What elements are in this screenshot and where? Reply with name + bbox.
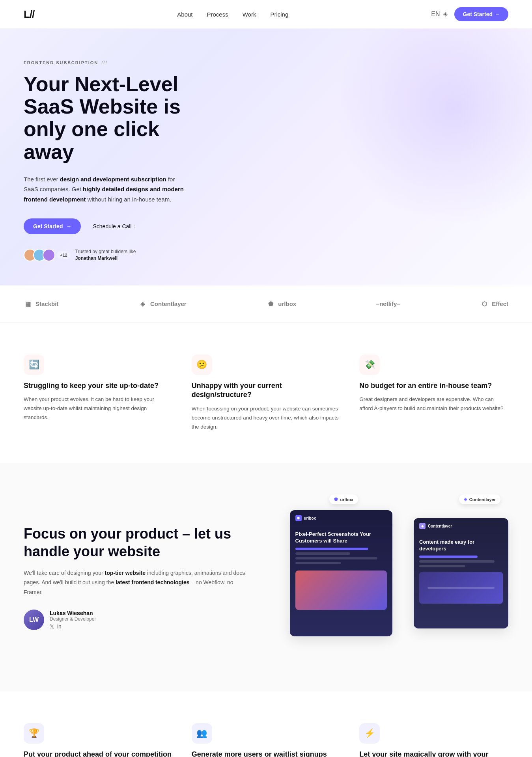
pain-desc-2: Great designers and developers are expen… <box>359 395 508 413</box>
benefits-section: 🏆 Put your product ahead of your competi… <box>0 692 532 757</box>
logo-contentlayer: ◈ Contentlayer <box>138 300 187 308</box>
benefit-title-0: Put your product ahead of your competiti… <box>24 750 173 757</box>
pain-item-1: 😕 Unhappy with your current design/struc… <box>192 354 341 432</box>
pain-item-0: 🔄 Struggling to keep your site up-to-dat… <box>24 354 173 432</box>
hero-badge: FRONTEND SUBSCRIPTION /// <box>24 60 508 65</box>
sc-bar-s1 <box>419 556 478 558</box>
language-selector[interactable]: EN ☀ <box>431 11 448 18</box>
hero-trust: +12 Trusted by great builders like Jonat… <box>24 248 508 262</box>
get-started-button[interactable]: Get Started → <box>454 7 508 21</box>
screenshot-secondary: ◈ Contentlayer Content made easy for dev… <box>414 518 508 628</box>
author-avatar: LW <box>24 610 44 630</box>
navbar: L// About Process Work Pricing EN ☀ Get … <box>0 0 532 29</box>
pain-icon-0: 🔄 <box>24 354 44 375</box>
screenshot-main: ⬟ urlbox Pixel-Perfect Screenshots Your … <box>290 510 392 636</box>
benefit-item-0: 🏆 Put your product ahead of your competi… <box>24 723 173 757</box>
contentlayer-icon: ◈ <box>138 300 147 308</box>
focus-section: Focus on your product – let us handle yo… <box>0 463 532 692</box>
nav-link-work[interactable]: Work <box>243 11 256 18</box>
pain-section: 🔄 Struggling to keep your site up-to-dat… <box>0 323 532 463</box>
sc-secondary-content: Content made easy for developers <box>414 534 508 608</box>
benefit-icon-0: 🏆 <box>24 723 44 744</box>
logo-netlify: –netlify– <box>376 300 400 307</box>
benefit-item-1: 👥 Generate more users or waitlist signup… <box>192 723 341 757</box>
focus-description: We'll take care of designing your top-ti… <box>24 568 250 597</box>
sc-main-bars <box>295 548 387 564</box>
author-name: Lukas Wiesehan <box>50 610 96 616</box>
nav-link-process[interactable]: Process <box>207 11 228 18</box>
twitter-icon[interactable]: 𝕏 <box>50 623 54 630</box>
sc-bar-3 <box>295 557 378 559</box>
hero-buttons: Get Started → Schedule a Call › <box>24 218 508 234</box>
sc-main-logo: ⬟ urlbox <box>295 515 387 521</box>
hero-description: The first ever design and development su… <box>24 174 189 205</box>
contentlayer-badge-icon: ◈ <box>464 497 467 502</box>
sc-secondary-preview <box>419 572 503 604</box>
nav-logo: L// <box>24 8 34 21</box>
trust-avatars: +12 <box>24 249 71 261</box>
stackbit-icon: ▦ <box>24 300 32 308</box>
focus-screenshots: ⬟ urlbox ◈ Contentlayer ⬟ urlbox Pixel-P… <box>282 494 509 660</box>
logo-stackbit: ▦ Stackbit <box>24 300 58 308</box>
avatar-3 <box>43 249 55 261</box>
nav-link-pricing[interactable]: Pricing <box>270 11 288 18</box>
sc-secondary-logo: ◈ Contentlayer <box>419 523 503 529</box>
hero-title: Your Next-Level SaaS Website is only one… <box>24 73 213 163</box>
benefit-icon-2: ⚡ <box>359 723 380 744</box>
pain-grid: 🔄 Struggling to keep your site up-to-dat… <box>24 354 508 432</box>
sc-bar-4 <box>295 562 341 564</box>
nav-link-about[interactable]: About <box>177 11 192 18</box>
author-info: Lukas Wiesehan Designer & Developer 𝕏 in <box>50 610 96 630</box>
benefit-title-1: Generate more users or waitlist signups <box>192 750 341 757</box>
logos-row: ▦ Stackbit ◈ Contentlayer ⬟ urlbox –netl… <box>24 300 508 308</box>
pain-item-2: 💸 No budget for an entire in-house team?… <box>359 354 508 432</box>
sc-main-content: Pixel-Perfect Screenshots Your Customers… <box>290 526 392 615</box>
sc-bar-2 <box>295 552 350 555</box>
linkedin-icon[interactable]: in <box>57 623 62 630</box>
logo-effect: ⬡ Effect <box>480 300 508 308</box>
urlbox-badge-icon: ⬟ <box>334 497 338 502</box>
sc-bar-1 <box>295 548 369 550</box>
sc-bar-s3 <box>419 565 465 567</box>
contentlayer-badge: ◈ Contentlayer <box>459 494 500 504</box>
sc-preview-bar <box>427 587 495 589</box>
logos-section: ▦ Stackbit ◈ Contentlayer ⬟ urlbox –netl… <box>0 285 532 323</box>
pain-title-1: Unhappy with your current design/structu… <box>192 381 341 400</box>
sc-secondary-bars <box>419 556 503 567</box>
benefits-grid: 🏆 Put your product ahead of your competi… <box>24 723 508 757</box>
hero-schedule-call-button[interactable]: Schedule a Call › <box>86 218 142 234</box>
logo-urlbox: ⬟ urlbox <box>266 300 296 308</box>
pain-icon-1: 😕 <box>192 354 212 375</box>
sun-icon: ☀ <box>442 11 448 18</box>
pain-desc-0: When your product evolves, it can be har… <box>24 395 173 422</box>
benefit-item-2: ⚡ Let your site magically grow with your… <box>359 723 508 757</box>
pain-icon-2: 💸 <box>359 354 380 375</box>
hero-get-started-button[interactable]: Get Started → <box>24 218 81 234</box>
trust-text: Trusted by great builders like Jonathan … <box>75 248 136 262</box>
sc-preview-image <box>295 571 387 610</box>
pain-title-2: No budget for an entire in-house team? <box>359 381 508 390</box>
sc-secondary-header: ◈ Contentlayer <box>414 518 508 534</box>
arrow-icon: → <box>495 11 500 17</box>
benefit-title-2: Let your site magically grow with your p… <box>359 750 508 757</box>
nav-links: About Process Work Pricing <box>177 11 288 18</box>
arrow-right-icon: → <box>66 223 71 229</box>
author-card: LW Lukas Wiesehan Designer & Developer 𝕏… <box>24 610 250 630</box>
trust-count: +12 <box>57 251 71 259</box>
urlbox-badge: ⬟ urlbox <box>329 494 358 504</box>
hero-section: FRONTEND SUBSCRIPTION /// Your Next-Leve… <box>0 29 532 285</box>
pain-desc-1: When focussing on your product, your web… <box>192 405 341 432</box>
urlbox-icon: ⬟ <box>266 300 275 308</box>
effect-icon: ⬡ <box>480 300 489 308</box>
author-socials: 𝕏 in <box>50 623 96 630</box>
focus-content: Focus on your product – let us handle yo… <box>24 525 250 630</box>
author-role: Designer & Developer <box>50 616 96 622</box>
nav-right: EN ☀ Get Started → <box>431 7 508 21</box>
chevron-right-icon: › <box>134 224 136 229</box>
focus-title: Focus on your product – let us handle yo… <box>24 525 250 560</box>
pain-title-0: Struggling to keep your site up-to-date? <box>24 381 173 390</box>
benefit-icon-1: 👥 <box>192 723 212 744</box>
sc-bar-s2 <box>419 560 495 563</box>
sc-main-header: ⬟ urlbox <box>290 510 392 526</box>
